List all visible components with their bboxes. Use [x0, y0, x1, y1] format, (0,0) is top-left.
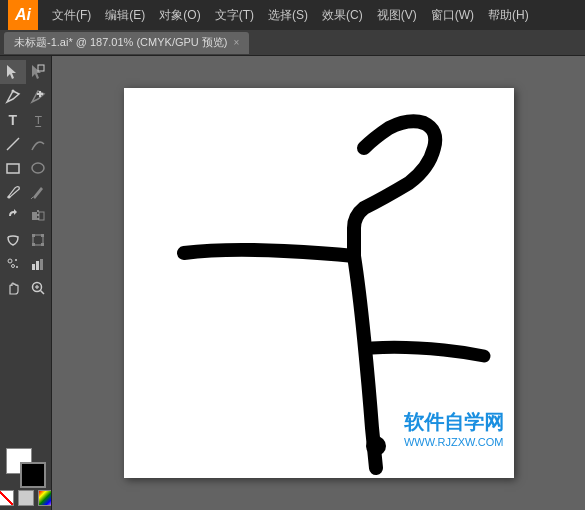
svg-marker-1 [32, 65, 41, 79]
stroke-color[interactable] [20, 462, 46, 488]
hand-tool[interactable] [0, 276, 26, 300]
app-logo: Ai [8, 0, 38, 30]
svg-line-6 [7, 138, 19, 150]
menu-item-v[interactable]: 视图(V) [371, 5, 423, 26]
logo-text: Ai [15, 6, 31, 24]
svg-point-30 [366, 436, 386, 456]
menu-item-h[interactable]: 帮助(H) [482, 5, 535, 26]
tool-row-6 [0, 180, 51, 204]
tool-row-7 [0, 204, 51, 228]
svg-line-27 [41, 291, 45, 295]
menu-item-w[interactable]: 窗口(W) [425, 5, 480, 26]
pencil-tool[interactable] [26, 180, 52, 204]
svg-rect-18 [41, 243, 44, 246]
free-transform-tool[interactable] [26, 228, 52, 252]
tool-row-8 [0, 228, 51, 252]
tool-row-3: T T̲ [0, 108, 51, 132]
menu-item-t[interactable]: 文字(T) [209, 5, 260, 26]
color-section [0, 444, 52, 510]
title-bar: Ai 文件(F)编辑(E)对象(O)文字(T)选择(S)效果(C)视图(V)窗口… [0, 0, 585, 30]
warp-tool[interactable] [0, 228, 26, 252]
document-canvas: 软件自学网 WWW.RJZXW.COM [124, 88, 514, 478]
svg-rect-11 [32, 212, 37, 220]
main-area: T T̲ [0, 56, 585, 510]
tab-bar: 未标题-1.ai* @ 187.01% (CMYK/GPU 预览) × [0, 30, 585, 56]
svg-point-22 [16, 266, 18, 268]
toolbar: T T̲ [0, 56, 52, 510]
svg-line-10 [31, 197, 33, 199]
svg-point-9 [7, 196, 10, 199]
symbol-sprayer-tool[interactable] [0, 252, 26, 276]
color-mode-row [0, 490, 52, 506]
svg-rect-23 [32, 264, 35, 270]
line-tool[interactable] [0, 132, 26, 156]
vertical-type-tool[interactable]: T̲ [26, 108, 52, 132]
watermark-url: WWW.RJZXW.COM [404, 436, 504, 448]
svg-rect-2 [38, 65, 44, 71]
type-tool[interactable]: T [0, 108, 26, 132]
document-tab[interactable]: 未标题-1.ai* @ 187.01% (CMYK/GPU 预览) × [4, 32, 249, 54]
menu-item-s[interactable]: 选择(S) [262, 5, 314, 26]
pen-tool[interactable] [0, 84, 26, 108]
tab-close-button[interactable]: × [234, 37, 240, 48]
canvas-area: 软件自学网 WWW.RJZXW.COM [52, 56, 585, 510]
color-picker-mini[interactable] [18, 490, 34, 506]
menu-item-f[interactable]: 文件(F) [46, 5, 97, 26]
watermark: 软件自学网 WWW.RJZXW.COM [404, 409, 504, 448]
svg-rect-24 [36, 261, 39, 270]
rotate-tool[interactable] [0, 204, 26, 228]
tool-row-2 [0, 84, 51, 108]
direct-select-tool[interactable] [26, 60, 52, 84]
watermark-title: 软件自学网 [404, 409, 504, 436]
reflect-tool[interactable] [26, 204, 52, 228]
tool-row-10 [0, 276, 51, 300]
paintbrush-tool[interactable] [0, 180, 26, 204]
menu-item-o[interactable]: 对象(O) [153, 5, 206, 26]
svg-rect-15 [32, 234, 35, 237]
gradient-picker-mini[interactable] [38, 490, 53, 506]
tool-row-4 [0, 132, 51, 156]
svg-rect-25 [40, 259, 43, 270]
svg-point-3 [11, 90, 14, 93]
fill-stroke-selector[interactable] [6, 448, 46, 488]
svg-rect-16 [41, 234, 44, 237]
column-graph-tool[interactable] [26, 252, 52, 276]
arc-tool[interactable] [26, 132, 52, 156]
select-tool[interactable] [0, 60, 26, 84]
ellipse-tool[interactable] [26, 156, 52, 180]
menu-item-c[interactable]: 效果(C) [316, 5, 369, 26]
zoom-tool[interactable] [26, 276, 52, 300]
svg-point-8 [32, 163, 44, 173]
tool-row [0, 60, 51, 84]
svg-point-21 [11, 265, 14, 268]
svg-point-20 [15, 259, 17, 261]
tab-label: 未标题-1.ai* @ 187.01% (CMYK/GPU 预览) [14, 35, 228, 50]
rectangle-tool[interactable] [0, 156, 26, 180]
svg-rect-17 [32, 243, 35, 246]
svg-point-19 [8, 259, 12, 263]
tool-row-9 [0, 252, 51, 276]
svg-marker-0 [7, 65, 16, 79]
tool-row-5 [0, 156, 51, 180]
svg-rect-7 [7, 164, 19, 173]
menu-bar: 文件(F)编辑(E)对象(O)文字(T)选择(S)效果(C)视图(V)窗口(W)… [46, 5, 577, 26]
add-anchor-tool[interactable] [26, 84, 52, 108]
menu-item-e[interactable]: 编辑(E) [99, 5, 151, 26]
svg-rect-12 [39, 212, 44, 220]
none-color[interactable] [0, 490, 14, 506]
